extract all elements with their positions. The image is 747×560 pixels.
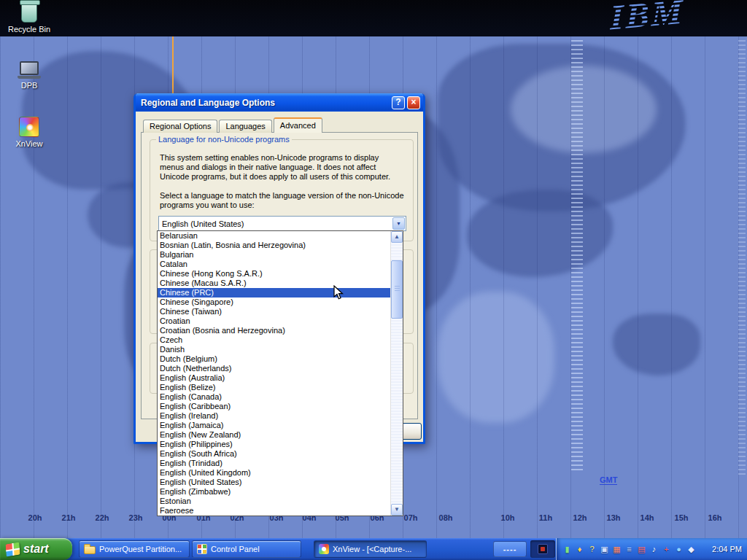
language-option[interactable]: English (Belize) bbox=[158, 383, 390, 392]
hour-label: 22h bbox=[92, 513, 112, 522]
scroll-down-button[interactable]: ▼ bbox=[391, 504, 403, 516]
hour-label: 21h bbox=[58, 513, 79, 522]
network-icon[interactable]: ≡ bbox=[623, 543, 635, 556]
taskbar-button-label: Control Panel bbox=[211, 545, 260, 553]
gmt-label: GMT bbox=[600, 475, 617, 485]
language-option[interactable]: Chinese (Hong Kong S.A.R.) bbox=[158, 269, 390, 279]
recycle-bin-icon bbox=[21, 3, 37, 23]
language-option[interactable]: Croatian bbox=[158, 316, 390, 326]
help-button[interactable]: ? bbox=[392, 96, 405, 109]
language-option[interactable]: Bosnian (Latin, Bosnia and Herzegovina) bbox=[158, 241, 390, 250]
taskbar: start PowerQuest Partition... Control Pa… bbox=[0, 538, 747, 560]
language-option[interactable]: English (New Zealand) bbox=[158, 430, 390, 440]
language-option[interactable]: Croatian (Bosnia and Herzegovina) bbox=[158, 326, 390, 335]
language-option[interactable]: English (Canada) bbox=[158, 392, 390, 402]
group-title: Language for non-Unicode programs bbox=[156, 135, 292, 144]
scroll-up-button[interactable]: ▲ bbox=[391, 231, 403, 243]
app-icon bbox=[538, 544, 548, 554]
language-option[interactable]: English (South Africa) bbox=[158, 449, 390, 459]
desktop-icon-xnview[interactable]: XnView bbox=[6, 117, 53, 148]
hour-label: 08h bbox=[436, 513, 456, 522]
language-option[interactable]: English (Caribbean) bbox=[158, 402, 390, 411]
language-option[interactable]: English (United States) bbox=[158, 478, 390, 487]
hatch-band bbox=[738, 40, 746, 478]
dropdown-items: BelarusianBosnian (Latin, Bosnia and Her… bbox=[158, 231, 390, 516]
taskbar-button-control-panel[interactable]: Control Panel bbox=[192, 540, 301, 558]
start-button[interactable]: start bbox=[0, 538, 72, 560]
dialog-titlebar[interactable]: Regional and Language Options ? × bbox=[136, 93, 423, 112]
wallpaper-top-band: IBM bbox=[0, 0, 747, 36]
folder-icon bbox=[84, 546, 96, 554]
language-option[interactable]: Chinese (PRC) bbox=[158, 288, 390, 298]
language-option[interactable]: English (Ireland) bbox=[158, 411, 390, 421]
language-option[interactable]: English (Zimbabwe) bbox=[158, 487, 390, 497]
dropdown-scrollbar[interactable]: ▲ ▼ bbox=[390, 231, 403, 516]
language-option[interactable]: Catalan bbox=[158, 260, 390, 269]
taskbar-button-xnview[interactable]: XnView - [<Capture-... bbox=[314, 540, 427, 558]
language-option[interactable]: English (Jamaica) bbox=[158, 421, 390, 430]
language-option[interactable]: Dutch (Belgium) bbox=[158, 354, 390, 364]
ibm-logo: IBM bbox=[610, 0, 684, 37]
hour-label: 07h bbox=[400, 513, 421, 522]
antivirus-icon[interactable]: + bbox=[660, 543, 673, 556]
hatch-band bbox=[571, 40, 583, 470]
scrollbar-thumb[interactable] bbox=[391, 260, 403, 319]
tab-regional-options[interactable]: Regional Options bbox=[143, 120, 217, 133]
desktop-icon-label: XnView bbox=[6, 139, 53, 148]
language-combobox[interactable]: English (United States) ▼ bbox=[158, 216, 406, 231]
group-instruction: Select a language to match the language … bbox=[160, 191, 405, 210]
language-option[interactable]: Bulgarian bbox=[158, 250, 390, 260]
meridian-line bbox=[172, 36, 174, 93]
language-option[interactable]: Czech bbox=[158, 335, 390, 345]
language-option[interactable]: Estonian bbox=[158, 497, 390, 506]
display-settings-icon[interactable]: ▣ bbox=[598, 543, 611, 556]
volume-icon[interactable]: ♪ bbox=[648, 543, 660, 556]
hour-label: 20h bbox=[25, 513, 45, 522]
input-language-icon[interactable]: ◆ bbox=[685, 543, 697, 556]
hour-label: 11h bbox=[535, 513, 556, 522]
taskbar-button-label: XnView - [<Capture-... bbox=[333, 545, 411, 553]
messenger-icon[interactable]: ● bbox=[673, 543, 685, 556]
dialog-title: Regional and Language Options bbox=[141, 98, 390, 108]
combobox-dropdown-button[interactable]: ▼ bbox=[392, 217, 405, 230]
start-label: start bbox=[23, 542, 49, 556]
partition-monitor-icon[interactable]: ▦ bbox=[611, 543, 623, 556]
language-option[interactable]: English (Australia) bbox=[158, 373, 390, 383]
desktop-icon-dpb[interactable]: DPB bbox=[6, 61, 53, 90]
group-description: This system setting enables non-Unicode … bbox=[160, 153, 405, 182]
help-agent-icon[interactable]: ? bbox=[586, 543, 598, 556]
language-option[interactable]: Chinese (Taiwan) bbox=[158, 307, 390, 316]
language-option[interactable]: Danish bbox=[158, 345, 390, 354]
language-option[interactable]: English (United Kingdom) bbox=[158, 468, 390, 478]
hour-label: 23h bbox=[125, 513, 146, 522]
dialog-tabs: Regional Options Languages Advanced bbox=[143, 117, 324, 133]
desktop-icon-recycle-bin[interactable]: Recycle Bin bbox=[6, 3, 53, 34]
system-tray: ▮♦?▣▦≡▤♪+●◆ 2:04 PM bbox=[556, 538, 747, 560]
close-button[interactable]: × bbox=[407, 96, 420, 109]
windows-flag-icon bbox=[5, 542, 20, 556]
mouse-cursor bbox=[333, 285, 344, 302]
taskbar-button-powerquest[interactable]: PowerQuest Partition... bbox=[79, 540, 190, 558]
tab-languages[interactable]: Languages bbox=[219, 120, 271, 133]
language-option[interactable]: Belarusian bbox=[158, 231, 390, 241]
language-option[interactable]: Dutch (Netherlands) bbox=[158, 364, 390, 373]
desktop-icon-label: DPB bbox=[6, 81, 53, 90]
language-option[interactable]: Chinese (Singapore) bbox=[158, 298, 390, 307]
language-option[interactable]: English (Philippines) bbox=[158, 440, 390, 449]
update-status-icon[interactable]: ♦ bbox=[573, 543, 586, 556]
language-option[interactable]: English (Trinidad) bbox=[158, 459, 390, 468]
firewall-icon[interactable]: ▤ bbox=[635, 543, 648, 556]
hour-label: 15h bbox=[671, 513, 692, 522]
language-dropdown-list: BelarusianBosnian (Latin, Bosnia and Her… bbox=[157, 230, 403, 516]
taskbar-clock[interactable]: 2:04 PM bbox=[712, 538, 742, 560]
language-option[interactable]: Faeroese bbox=[158, 506, 390, 516]
language-option[interactable]: Chinese (Macau S.A.R.) bbox=[158, 279, 390, 288]
desktop: 20h21h22h23h00h01h02h03h04h05h06h07h08h1… bbox=[0, 0, 747, 560]
taskbar-app-slot[interactable] bbox=[530, 540, 555, 558]
xnview-icon bbox=[19, 117, 39, 137]
xnview-icon bbox=[319, 544, 329, 554]
tab-advanced[interactable]: Advanced bbox=[274, 117, 322, 133]
hour-label: 14h bbox=[637, 513, 657, 522]
battery-meter-icon[interactable]: ▮ bbox=[561, 543, 573, 556]
taskbar-mini-button[interactable]: ---- bbox=[493, 541, 527, 557]
